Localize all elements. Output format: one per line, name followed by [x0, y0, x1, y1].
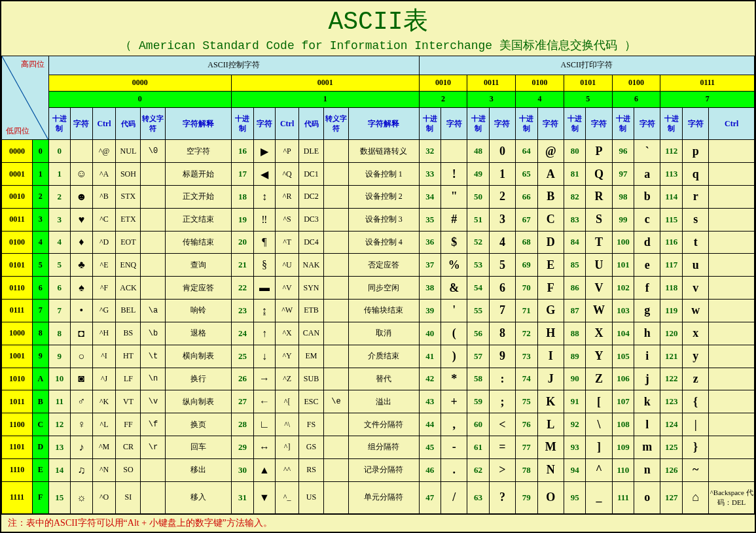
- cell-char: :: [489, 368, 515, 390]
- col-ctrl: Ctrl: [92, 108, 116, 140]
- col-dec-7: 十进制: [660, 108, 683, 140]
- cell-dec: 42: [419, 368, 441, 390]
- cell-dec: 88: [564, 322, 586, 345]
- cell-dec: 98: [612, 185, 634, 208]
- cell-char: ?: [489, 481, 515, 513]
- cell-dec: 71: [516, 300, 538, 322]
- cell-dec: 79: [516, 481, 538, 513]
- cell-char: a: [634, 163, 660, 186]
- cell-char: ♠: [71, 277, 93, 300]
- cell-dec: 119: [660, 300, 683, 322]
- cell-char: M: [537, 436, 564, 459]
- cell-char: ▲: [253, 458, 276, 481]
- row-bin: 0110: [2, 277, 33, 300]
- cell-char: S: [586, 208, 612, 231]
- row-bin: 1000: [2, 322, 33, 345]
- cell-ctrl: ^T: [276, 231, 299, 254]
- page-subtitle: （ American Standard Code for Information…: [1, 37, 755, 56]
- cell-esc: [324, 481, 349, 513]
- cell-dec: 67: [516, 208, 538, 231]
- cell-dec: 5: [48, 254, 71, 277]
- cell-char: s: [683, 208, 709, 231]
- cell-desc: 空字符: [166, 140, 232, 163]
- cell-dec: 117: [660, 254, 683, 277]
- col-char-6: 字符: [634, 108, 660, 140]
- cell-char: j: [634, 368, 660, 390]
- cell-ctrl: ^H: [92, 322, 116, 345]
- cell-dec: 27: [232, 390, 254, 413]
- cell-esc: \e: [324, 390, 349, 413]
- cell-desc: 换行: [166, 368, 232, 390]
- cell-dec: 100: [612, 231, 634, 254]
- cell-dec: 36: [419, 231, 441, 254]
- col-char-4: 字符: [537, 108, 564, 140]
- cell-char: 1: [489, 163, 515, 186]
- cell-char: ♀: [71, 413, 93, 436]
- cell-dec: 16: [232, 140, 254, 163]
- cell-char: q: [683, 163, 709, 186]
- row-bin: 1100: [2, 413, 33, 436]
- row-bin: 0111: [2, 300, 33, 322]
- cell-ctrl: ^R: [276, 185, 299, 208]
- cell-dec: 9: [48, 345, 71, 368]
- cell-dec: 78: [516, 458, 538, 481]
- binhi-1: 0001: [232, 75, 419, 91]
- cell-char: ▼: [253, 481, 276, 513]
- cell-char: ↔: [253, 436, 276, 459]
- cell-char: ◀: [253, 163, 276, 186]
- table-row: 1011B11♂^KVT\v纵向制表27←^[ESC\e溢出43+59;75K9…: [2, 390, 755, 413]
- cell-dec: 72: [516, 322, 538, 345]
- binhi-5: 0101: [564, 75, 612, 91]
- cell-esc: [141, 208, 166, 231]
- cell-char: O: [537, 481, 564, 513]
- cell-esc: \t: [141, 345, 166, 368]
- cell-dec: 30: [232, 458, 254, 481]
- cell-ctrl: ^M: [92, 436, 116, 459]
- cell-dec: 116: [660, 231, 683, 254]
- cell-code: CAN: [299, 322, 324, 345]
- cell-char: w: [683, 300, 709, 322]
- cell-dec: 59: [467, 390, 490, 413]
- hexhi-7: 7: [660, 91, 755, 107]
- cell-code: SI: [116, 481, 141, 513]
- table-row: 010044♦^DEOT传输结束20¶^TDC4设备控制 436$52468D8…: [2, 231, 755, 254]
- cell-code: EM: [299, 345, 324, 368]
- cell-char: 0: [489, 140, 515, 163]
- cell-dec: 95: [564, 481, 586, 513]
- cell-dec: 11: [48, 390, 71, 413]
- cell-dec: 57: [467, 345, 490, 368]
- cell-char: H: [537, 322, 564, 345]
- col-code: 代码: [116, 108, 141, 140]
- cell-char: (: [441, 322, 467, 345]
- cell-ctrl-last: [709, 254, 755, 277]
- row-hex: 3: [32, 208, 48, 231]
- cell-ctrl-last: [709, 458, 755, 481]
- cell-dec: 38: [419, 277, 441, 300]
- cell-dec: 4: [48, 231, 71, 254]
- cell-dec: 66: [516, 185, 538, 208]
- cell-char: *: [441, 368, 467, 390]
- cell-esc: \a: [141, 300, 166, 322]
- cell-ctrl: ^@: [92, 140, 116, 163]
- cell-dec: 47: [419, 481, 441, 513]
- cell-esc: [324, 345, 349, 368]
- row-hex: C: [32, 413, 48, 436]
- cell-char: b: [634, 185, 660, 208]
- cell-ctrl-last: [709, 413, 755, 436]
- cell-dec: 61: [467, 436, 490, 459]
- cell-desc: 设备控制 4: [349, 231, 419, 254]
- cell-desc: 设备控制 2: [349, 185, 419, 208]
- cell-char: J: [537, 368, 564, 390]
- hexhi-5: 5: [564, 91, 612, 107]
- cell-dec: 22: [232, 277, 254, 300]
- table-row: 1110E14♫^NSO移出30▲^^RS记录分隔符46.62>78N94^11…: [2, 458, 755, 481]
- cell-code: ACK: [116, 277, 141, 300]
- cell-char: y: [683, 345, 709, 368]
- table-row: 1101D13♪^MCR\r回车29↔^]GS组分隔符45-61=77M93]1…: [2, 436, 755, 459]
- cell-desc: 传输块结束: [349, 300, 419, 322]
- cell-char: ▬: [253, 277, 276, 300]
- cell-esc: [324, 322, 349, 345]
- cell-dec: 69: [516, 254, 538, 277]
- cell-char: {: [683, 390, 709, 413]
- cell-desc: 正文开始: [166, 185, 232, 208]
